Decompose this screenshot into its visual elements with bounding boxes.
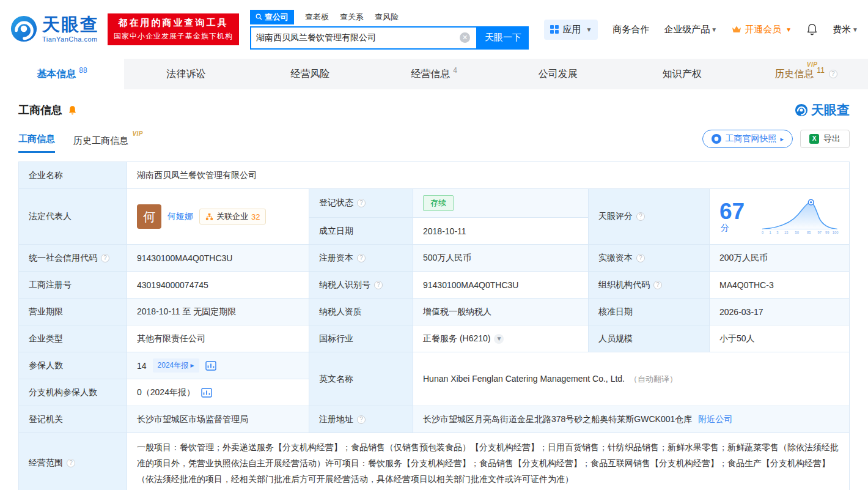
tax-quality-label: 纳税人资质 (309, 299, 413, 325)
score-cell[interactable]: 67分 0 1 3 15 50 85 (710, 189, 850, 245)
vip-badge: VIP (807, 61, 818, 68)
svg-text:0: 0 (762, 231, 764, 234)
tab-operating-risk[interactable]: 经营风险 (248, 59, 372, 89)
subtab-business-info[interactable]: 工商信息 (18, 133, 55, 153)
tab-company-development[interactable]: 公司发展 (496, 59, 620, 89)
clear-search-icon[interactable]: ✕ (460, 32, 470, 43)
export-button[interactable]: X 导出 (800, 130, 850, 148)
section-title: 工商信息 (18, 103, 62, 117)
help-icon[interactable] (636, 254, 645, 262)
tax-id-label: 纳税人识别号 (309, 272, 413, 299)
insured-value: 14 2024年报 ▸ (127, 352, 309, 379)
credit-code-value: 91430100MA4Q0THC3U (127, 245, 309, 272)
branch-insured-label: 分支机构参保人数 (19, 379, 127, 406)
help-icon[interactable] (357, 199, 366, 207)
tax-id-value: 91430100MA4Q0THC3U (413, 272, 589, 299)
industry-value: 正餐服务 (H6210)▼ (413, 325, 589, 352)
search-tab-boss[interactable]: 查老板 (305, 12, 329, 23)
established-label: 成立日期 (309, 218, 413, 245)
address-value: 长沙市望城区月亮岛街道金星北路378号砂之船奥特莱斯GWCK001仓库附近公司 (413, 406, 850, 433)
search-tabs: 查公司 查老板 查关系 查风险 (250, 10, 529, 24)
arrow-right-icon: ▸ (780, 135, 784, 143)
help-icon[interactable] (636, 212, 645, 221)
crown-icon (732, 25, 741, 34)
insured-trend-icon[interactable] (205, 361, 216, 371)
staff-size-value: 小于50人 (710, 325, 850, 352)
search-submit-button[interactable]: 天眼一下 (477, 26, 529, 50)
svg-text:50: 50 (795, 231, 799, 234)
scope-label: 经营范围 (19, 433, 127, 490)
paid-capital-label: 实缴资本 (589, 245, 710, 272)
user-menu[interactable]: 费米 ▼ (833, 24, 858, 35)
org-chart-icon (205, 213, 213, 221)
insured-label: 参保人数 (19, 352, 127, 379)
registry-value: 长沙市望城区市场监督管理局 (127, 406, 309, 433)
tab-business-info[interactable]: 经营信息4 (372, 59, 496, 89)
reg-no-label: 工商注册号 (19, 272, 127, 299)
promo-banner: 都在用的商业查询工具 国家中小企业发展子基金旗下机构 (108, 13, 239, 45)
help-icon[interactable] (357, 415, 366, 424)
tab-count: 4 (453, 66, 457, 75)
help-icon[interactable] (357, 254, 366, 262)
help-icon[interactable] (653, 281, 662, 289)
help-icon[interactable] (67, 459, 75, 467)
chevron-down-icon: ▼ (586, 26, 592, 33)
open-vip-button[interactable]: 开通会员 ▼ (732, 24, 792, 35)
industry-label: 国标行业 (309, 325, 413, 352)
annual-report-badge[interactable]: 2024年报 ▸ (153, 358, 199, 373)
tab-intellectual-property[interactable]: 知识产权 (620, 59, 744, 89)
svg-text:100: 100 (832, 231, 838, 234)
legal-rep-cell: 何 何娅娜 关联企业 32 (127, 189, 309, 245)
related-companies-badge[interactable]: 关联企业 32 (199, 209, 266, 225)
search-tab-company[interactable]: 查公司 (250, 10, 294, 24)
svg-text:99: 99 (825, 231, 829, 234)
tianyancha-logo[interactable]: 天眼查 TianYanCha.com (10, 15, 99, 45)
promo-line1: 都在用的商业查询工具 (114, 17, 233, 29)
tab-basic-info[interactable]: 基本信息88 (0, 59, 124, 89)
help-icon[interactable] (829, 70, 837, 78)
credit-code-label: 统一社会信用代码 (19, 245, 127, 272)
tab-history-info[interactable]: 历史信息 VIP 11 (744, 59, 868, 89)
registry-label: 登记机关 (19, 406, 127, 433)
tianyancha-logo-icon (10, 15, 38, 45)
search-icon (256, 13, 262, 20)
notification-bell-icon[interactable] (806, 23, 818, 35)
approval-date-label: 核准日期 (589, 299, 710, 325)
score-value: 67 (719, 199, 745, 224)
excel-icon: X (809, 134, 819, 144)
section-brand-logo: 天眼查 (795, 102, 850, 119)
address-label: 注册地址 (309, 406, 413, 433)
tab-legal-proceedings[interactable]: 法律诉讼 (124, 59, 248, 89)
org-code-label: 组织机构代码 (589, 272, 710, 299)
logo-domain: TianYanCha.com (42, 35, 99, 43)
apps-button[interactable]: 应用 ▼ (544, 20, 598, 40)
term-label: 营业期限 (19, 299, 127, 325)
legal-rep-name-link[interactable]: 何娅娜 (167, 211, 193, 222)
search-input-box: ✕ (250, 26, 477, 50)
help-icon[interactable] (374, 281, 383, 289)
branch-insured-trend-icon[interactable] (201, 388, 212, 398)
staff-size-label: 人员规模 (589, 325, 710, 352)
approval-date-value: 2026-03-17 (710, 299, 850, 325)
enterprise-product-link[interactable]: 企业级产品 ▼ (664, 24, 717, 35)
subscribe-bell-icon[interactable] (67, 105, 78, 116)
tab-count: 11 (817, 66, 824, 75)
reg-capital-label: 注册资本 (309, 245, 413, 272)
subtab-history-business-info[interactable]: 历史工商信息 VIP (73, 135, 128, 153)
official-snapshot-button[interactable]: 工商官网快照 ▸ (702, 130, 793, 148)
help-icon[interactable] (101, 254, 109, 262)
business-cooperation-link[interactable]: 商务合作 (612, 24, 649, 35)
score-unit: 分 (721, 223, 729, 232)
branch-insured-value: 0（2024年报） (127, 379, 309, 406)
chevron-down-icon[interactable]: ▼ (494, 334, 504, 344)
search-input[interactable] (251, 28, 460, 48)
nearby-companies-link[interactable]: 附近公司 (698, 414, 732, 424)
auto-translate-note: （自动翻译） (630, 374, 677, 384)
established-value: 2018-10-11 (413, 218, 589, 245)
search-tab-relation[interactable]: 查关系 (340, 12, 364, 23)
legal-rep-avatar[interactable]: 何 (137, 204, 161, 229)
svg-text:15: 15 (784, 231, 788, 234)
company-name-value: 湖南西贝凤兰餐饮管理有限公司 (127, 162, 850, 189)
search-tab-risk[interactable]: 查风险 (375, 12, 399, 23)
score-curve-chart: 0 1 3 15 50 85 97 99 100 (761, 198, 839, 236)
